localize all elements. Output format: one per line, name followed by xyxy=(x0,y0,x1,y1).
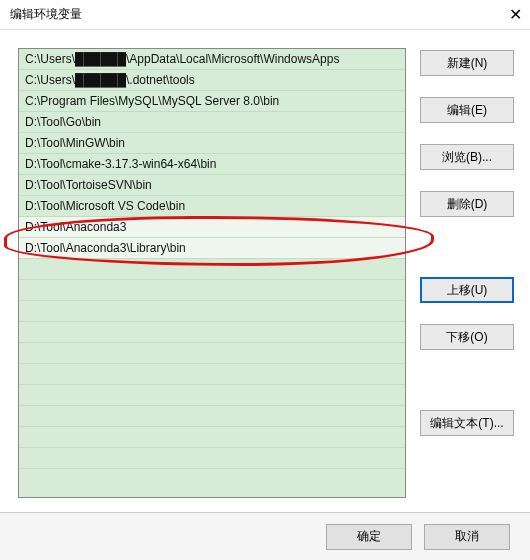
list-item-empty xyxy=(19,259,405,280)
list-item-empty xyxy=(19,322,405,343)
path-listbox[interactable]: C:\Users\██████\AppData\Local\Microsoft\… xyxy=(18,48,406,498)
ok-button[interactable]: 确定 xyxy=(326,524,412,550)
list-item-empty xyxy=(19,343,405,364)
list-item-empty xyxy=(19,427,405,448)
titlebar: 编辑环境变量 ✕ xyxy=(0,0,530,30)
cancel-button[interactable]: 取消 xyxy=(424,524,510,550)
spacer xyxy=(420,371,514,389)
list-item-empty xyxy=(19,469,405,490)
list-item-empty xyxy=(19,280,405,301)
list-item-empty xyxy=(19,364,405,385)
list-item[interactable]: D:\Tool\MinGW\bin xyxy=(19,133,405,154)
list-item-empty xyxy=(19,406,405,427)
move-down-button[interactable]: 下移(O) xyxy=(420,324,514,350)
list-item[interactable]: D:\Tool\Go\bin xyxy=(19,112,405,133)
list-item-empty xyxy=(19,301,405,322)
list-item[interactable]: D:\Tool\cmake-3.17.3-win64-x64\bin xyxy=(19,154,405,175)
list-item[interactable]: C:\Program Files\MySQL\MySQL Server 8.0\… xyxy=(19,91,405,112)
content-area: C:\Users\██████\AppData\Local\Microsoft\… xyxy=(0,30,530,508)
list-item[interactable]: D:\Tool\Microsoft VS Code\bin xyxy=(19,196,405,217)
move-up-button[interactable]: 上移(U) xyxy=(420,277,514,303)
list-item-empty xyxy=(19,448,405,469)
list-item-empty xyxy=(19,385,405,406)
spacer xyxy=(420,238,514,256)
list-item-selected[interactable]: D:\Tool\Anaconda3 xyxy=(19,217,405,238)
button-sidebar: 新建(N) 编辑(E) 浏览(B)... 删除(D) 上移(U) 下移(O) 编… xyxy=(420,48,514,498)
delete-button[interactable]: 删除(D) xyxy=(420,191,514,217)
browse-button[interactable]: 浏览(B)... xyxy=(420,144,514,170)
dialog-footer: 确定 取消 xyxy=(0,512,530,560)
window-title: 编辑环境变量 xyxy=(10,6,82,23)
new-button[interactable]: 新建(N) xyxy=(420,50,514,76)
edit-button[interactable]: 编辑(E) xyxy=(420,97,514,123)
list-item[interactable]: C:\Users\██████\.dotnet\tools xyxy=(19,70,405,91)
edit-text-button[interactable]: 编辑文本(T)... xyxy=(420,410,514,436)
list-item-selected[interactable]: D:\Tool\Anaconda3\Library\bin xyxy=(19,238,405,259)
close-icon[interactable]: ✕ xyxy=(492,5,522,24)
list-item[interactable]: D:\Tool\TortoiseSVN\bin xyxy=(19,175,405,196)
list-item[interactable]: C:\Users\██████\AppData\Local\Microsoft\… xyxy=(19,49,405,70)
